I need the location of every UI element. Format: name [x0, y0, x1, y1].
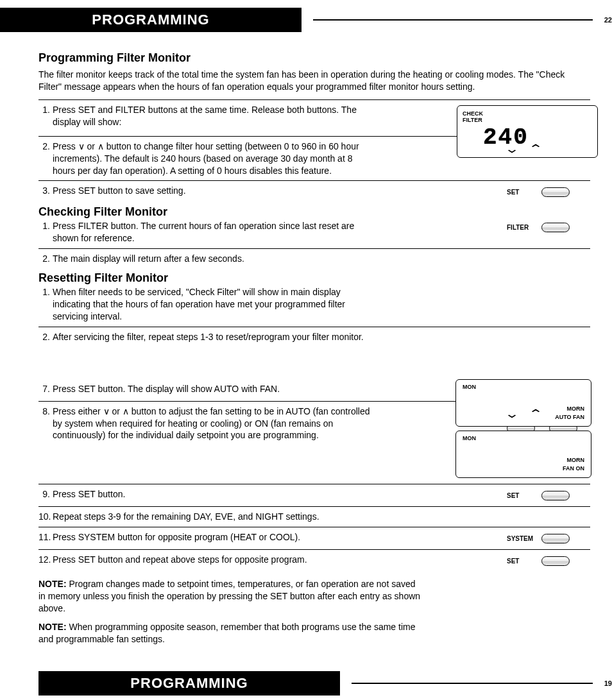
lcd-display-auto-fan: MON MORN AUTO FAN: [455, 379, 591, 427]
step-number: 3.: [38, 185, 53, 197]
step-row: 2. The main display will return after a …: [38, 248, 590, 269]
button-label-set: SET: [507, 491, 536, 500]
section-title-programming-filter: Programming Filter Monitor: [38, 51, 590, 65]
step-text: Press ∨ or ∧ button to change filter hou…: [53, 141, 386, 177]
step-text: The main display will return after a few…: [53, 253, 590, 265]
page-number-top: 22: [604, 16, 612, 24]
note-2: NOTE: When programming opposite season, …: [38, 621, 423, 645]
step-number: 1.: [38, 220, 53, 232]
step-number: 12.: [38, 554, 53, 566]
lcd-morn-label: MORN: [555, 405, 584, 414]
header-rule: [313, 19, 593, 21]
step-number: 1.: [38, 286, 53, 298]
step-number: 9.: [38, 488, 53, 500]
step-text: Press SET button and repeat above steps …: [53, 554, 386, 566]
step-row: 10. Repeat steps 3-9 for the remaining D…: [38, 506, 590, 527]
chevron-down-icon: ⌄: [504, 408, 520, 420]
note-label: NOTE:: [38, 579, 67, 589]
step-text: Press either ∨ or ∧ button to adjust the…: [53, 405, 386, 442]
step-text: Press SET button.: [53, 488, 386, 500]
oval-button-icon: [541, 534, 570, 543]
section-title-checking-filter: Checking Filter Monitor: [38, 205, 590, 219]
header-title: PROGRAMMING: [0, 8, 302, 32]
oval-button-icon: [541, 187, 570, 197]
step-text: Repeat steps 3-9 for the remaining DAY, …: [53, 511, 590, 523]
oval-button-icon: [541, 556, 570, 566]
step-number: 8.: [38, 405, 53, 418]
step-text: Press FILTER button. The current hours o…: [53, 220, 386, 244]
lcd-display-fan-on: MON MORN FAN ON: [455, 431, 591, 478]
oval-button-icon: [541, 223, 570, 232]
footer-title: PROGRAMMING: [38, 671, 340, 696]
bottom-header: PROGRAMMING 19: [0, 671, 612, 696]
step-number: 1.: [38, 104, 53, 116]
step-row: 3. Press SET button to save setting. SET: [38, 180, 590, 203]
step-row: 2. After servicing the filter, repeat st…: [38, 327, 590, 347]
footer-rule: [352, 683, 593, 684]
step-text: Press SYSTEM button for opposite program…: [53, 531, 386, 543]
step-text: Press SET and FILTER buttons at the same…: [53, 104, 386, 128]
step-number: 2.: [38, 253, 53, 265]
lcd-morn-label: MORN: [563, 456, 584, 465]
note-text: Program changes made to setpoint times, …: [38, 579, 420, 613]
chevron-down-icon: ⌄: [504, 143, 520, 155]
button-label-system: SYSTEM: [507, 534, 536, 543]
step-number: 11.: [38, 531, 53, 543]
step-number: 2.: [38, 331, 53, 343]
step-text: After servicing the filter, repeat steps…: [53, 331, 590, 343]
step-number: 7.: [38, 383, 53, 395]
intro-text: The filter monitor keeps track of the to…: [38, 69, 590, 93]
step-text: Press SET button. The display will show …: [53, 383, 386, 395]
button-label-filter: FILTER: [507, 223, 536, 232]
step-row: 11. Press SYSTEM button for opposite pro…: [38, 527, 590, 549]
chevron-up-icon: ⌃: [528, 143, 543, 155]
lcd-filter-label: FILTER: [463, 117, 482, 123]
step-number: 2.: [38, 141, 53, 153]
step-row: 9. Press SET button. SET: [38, 484, 590, 506]
lcd-check-label: CHECK: [463, 110, 483, 117]
step-row: 1. When filter needs to be serviced, "Ch…: [38, 286, 590, 327]
chevron-up-icon: ⌃: [528, 408, 543, 420]
lcd-mon-label: MON: [463, 384, 584, 390]
step-number: 10.: [38, 511, 53, 523]
step-row: 1. Press FILTER button. The current hour…: [38, 220, 590, 248]
lcd-mode-label: AUTO FAN: [555, 413, 584, 422]
step-row: 12. Press SET button and repeat above st…: [38, 549, 590, 572]
step-text: When filter needs to be serviced, "Check…: [53, 286, 386, 323]
oval-button-icon: [541, 491, 570, 500]
step-row: 2. Press ∨ or ∧ button to change filter …: [38, 136, 590, 181]
step-text: Press SET button to save setting.: [53, 185, 386, 197]
note-label: NOTE:: [38, 622, 67, 632]
page-number-bottom: 19: [604, 679, 612, 687]
button-label-set: SET: [507, 188, 536, 197]
section-title-resetting-filter: Resetting Filter Monitor: [38, 271, 590, 285]
note-text: When programming opposite season, rememb…: [38, 622, 416, 644]
button-label-set: SET: [507, 557, 536, 566]
lcd-mon-label: MON: [463, 435, 584, 441]
lcd-mode-label: FAN ON: [563, 465, 584, 474]
note-1: NOTE: Program changes made to setpoint t…: [38, 578, 423, 615]
top-header: PROGRAMMING 22: [0, 8, 612, 32]
